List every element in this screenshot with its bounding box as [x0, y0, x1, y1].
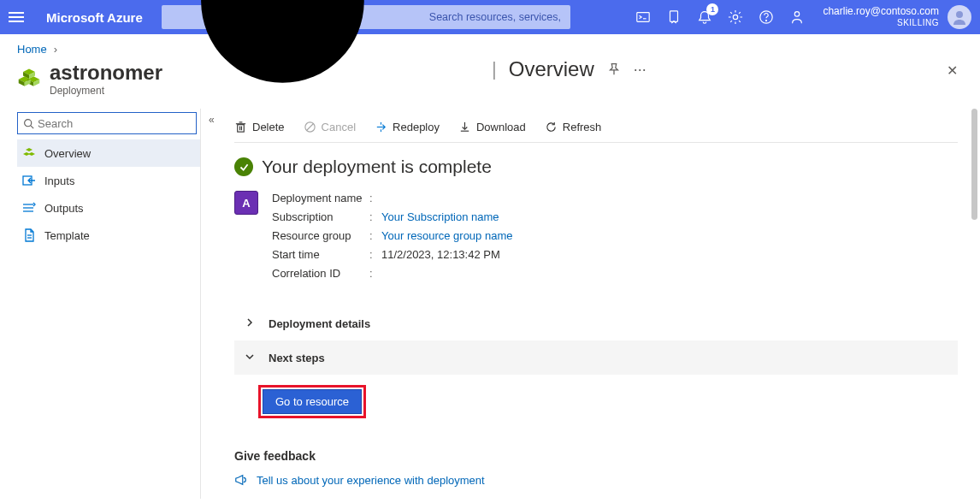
svg-marker-21 — [26, 148, 32, 151]
svg-rect-4 — [670, 11, 678, 22]
svg-marker-23 — [28, 152, 35, 156]
value-resource-group[interactable]: Your resource group name — [381, 227, 512, 246]
deployment-summary: A Deployment name: Subscription:Your Sub… — [234, 189, 958, 283]
redeploy-label: Redeploy — [393, 121, 440, 133]
global-search-input[interactable] — [429, 11, 564, 23]
value-start-time: 11/2/2023, 12:13:42 PM — [381, 246, 500, 264]
chevron-right-icon — [245, 317, 255, 330]
delete-button[interactable]: Delete — [234, 121, 285, 133]
search-icon — [23, 118, 34, 129]
accordion-title: Deployment details — [269, 317, 370, 330]
go-to-resource-button[interactable]: Go to resource — [263, 389, 362, 414]
label-deployment-name: Deployment name — [272, 189, 369, 208]
refresh-button[interactable]: Refresh — [545, 121, 602, 133]
cancel-label: Cancel — [322, 121, 356, 133]
status-banner: Your deployment is complete — [234, 157, 958, 177]
template-icon — [22, 228, 36, 242]
sidebar-item-template[interactable]: Template — [17, 222, 200, 249]
accordion-next-steps[interactable]: Next steps — [234, 340, 958, 375]
label-resource-group: Resource group — [272, 227, 369, 246]
accordion-deployment-details[interactable]: Deployment details — [234, 306, 958, 340]
nav-menu-button[interactable] — [9, 12, 31, 22]
chevron-down-icon — [245, 352, 255, 364]
account-block[interactable]: charlie.roy@contoso.com SKILLING — [823, 6, 939, 27]
sidebar-item-label: Inputs — [44, 175, 74, 187]
svg-line-20 — [31, 125, 33, 127]
delete-label: Delete — [252, 121, 285, 133]
global-header: Microsoft Azure 1 charlie.roy@contoso.co… — [0, 0, 980, 34]
svg-rect-2 — [637, 13, 649, 22]
cancel-button: Cancel — [304, 121, 356, 133]
cubes-icon — [22, 146, 36, 160]
feedback-link[interactable]: Tell us about your experience with deplo… — [234, 473, 958, 487]
chevron-right-icon: › — [54, 43, 57, 56]
resource-type-label: Deployment — [50, 85, 162, 97]
divider: | — [492, 58, 497, 80]
scrollbar[interactable] — [968, 109, 980, 499]
global-search[interactable] — [162, 5, 570, 29]
label-start-time: Start time — [272, 246, 369, 264]
accordion-title: Next steps — [269, 352, 325, 364]
svg-point-7 — [766, 21, 767, 21]
page-title: astronomer — [50, 61, 162, 85]
inputs-icon — [22, 174, 36, 187]
redeploy-button[interactable]: Redeploy — [375, 121, 440, 133]
sidebar: « Overview Inputs Outputs Template — [0, 109, 200, 499]
command-bar: Delete Cancel Redeploy Download Refresh — [234, 112, 958, 143]
close-icon[interactable]: ✕ — [947, 62, 958, 79]
sidebar-item-label: Outputs — [44, 202, 84, 215]
download-button[interactable]: Download — [458, 121, 526, 133]
svg-rect-30 — [238, 125, 245, 132]
brand[interactable]: Microsoft Azure — [46, 10, 143, 25]
divider — [200, 109, 201, 499]
sidebar-item-outputs[interactable]: Outputs — [17, 194, 200, 222]
sidebar-item-label: Template — [44, 229, 90, 242]
feedback-link-label: Tell us about your experience with deplo… — [257, 474, 485, 487]
cloud-shell-icon[interactable] — [628, 0, 658, 34]
sidebar-item-label: Overview — [44, 147, 91, 160]
feedback-heading: Give feedback — [234, 449, 958, 463]
main-content: Delete Cancel Redeploy Download Refresh … — [200, 109, 980, 499]
pin-icon[interactable] — [606, 62, 622, 77]
callout-highlight: Go to resource — [258, 385, 366, 418]
resource-type-icon — [17, 66, 41, 90]
label-subscription: Subscription — [272, 208, 369, 227]
svg-point-9 — [956, 11, 963, 18]
status-title: Your deployment is complete — [262, 157, 492, 177]
label-correlation-id: Correlation ID — [272, 264, 369, 283]
feedback-icon[interactable] — [782, 0, 812, 34]
svg-line-36 — [306, 124, 313, 131]
sidebar-search[interactable] — [17, 112, 197, 134]
svg-point-5 — [734, 15, 738, 19]
page-header: astronomer Deployment | Overview ··· ✕ — [0, 56, 980, 109]
sidebar-item-overview[interactable]: Overview — [17, 139, 200, 167]
megaphone-icon — [234, 473, 248, 487]
refresh-label: Refresh — [563, 121, 602, 133]
more-menu[interactable]: ··· — [634, 61, 646, 79]
directory-filter-icon[interactable] — [658, 0, 689, 34]
provider-icon: A — [234, 191, 258, 215]
sidebar-search-input[interactable] — [38, 117, 191, 130]
svg-point-19 — [25, 119, 32, 126]
settings-icon[interactable] — [720, 0, 751, 34]
notification-badge: 1 — [706, 3, 718, 15]
blade-title: Overview — [509, 57, 594, 81]
user-tenant: SKILLING — [897, 18, 939, 28]
success-icon — [234, 157, 253, 176]
user-email: charlie.roy@contoso.com — [823, 6, 939, 18]
breadcrumb: Home › — [0, 34, 980, 56]
avatar[interactable] — [948, 5, 971, 29]
breadcrumb-home[interactable]: Home — [17, 43, 47, 56]
help-icon[interactable] — [751, 0, 782, 34]
download-label: Download — [476, 121, 526, 133]
outputs-icon — [22, 201, 36, 215]
sidebar-item-inputs[interactable]: Inputs — [17, 167, 200, 194]
value-subscription[interactable]: Your Subscription name — [381, 208, 499, 227]
notifications-icon[interactable]: 1 — [689, 0, 720, 34]
svg-point-8 — [795, 12, 800, 16]
